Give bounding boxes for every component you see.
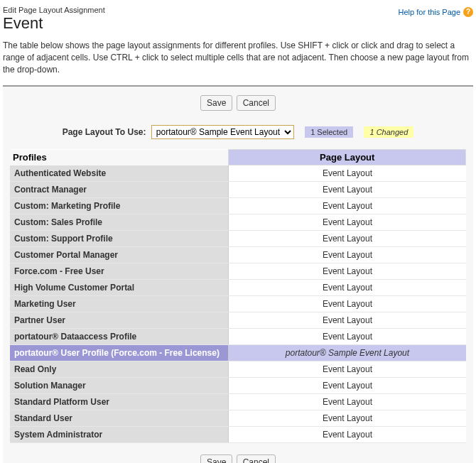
table-row[interactable]: Standard UserEvent Layout [10,410,466,427]
layout-cell[interactable]: Event Layout [229,361,466,378]
layout-cell[interactable]: Event Layout [229,329,466,345]
help-icon: ? [463,7,473,17]
profile-cell[interactable]: Read Only [10,361,229,378]
profile-cell[interactable]: Custom: Marketing Profile [10,198,229,214]
layout-cell[interactable]: Event Layout [229,182,466,198]
table-row[interactable]: Force.com - Free UserEvent Layout [10,263,466,280]
layout-cell[interactable]: Event Layout [229,312,466,329]
table-row[interactable]: System AdministratorEvent Layout [10,427,466,443]
layout-cell[interactable]: Event Layout [229,198,466,214]
cancel-button-bottom[interactable]: Cancel [237,454,276,463]
layout-select-label: Page Layout To Use: [63,127,146,137]
layout-cell[interactable]: Event Layout [229,394,466,410]
layout-cell[interactable]: Event Layout [229,247,466,263]
profile-cell[interactable]: Custom: Support Profile [10,231,229,247]
profile-cell[interactable]: Customer Portal Manager [10,247,229,263]
changed-count-badge: 1 Changed [364,126,413,138]
profile-cell[interactable]: High Volume Customer Portal [10,280,229,296]
profile-cell[interactable]: Custom: Sales Profile [10,214,229,231]
layout-cell[interactable]: Event Layout [229,378,466,394]
layout-cell[interactable]: portatour® Sample Event Layout [229,345,466,361]
table-row[interactable]: Authenticated WebsiteEvent Layout [10,165,466,182]
profile-cell[interactable]: Partner User [10,312,229,329]
col-header-layout: Page Layout [229,150,466,165]
table-row[interactable]: Custom: Sales ProfileEvent Layout [10,214,466,231]
layout-cell[interactable]: Event Layout [229,280,466,296]
layout-cell[interactable]: Event Layout [229,263,466,280]
layout-cell[interactable]: Event Layout [229,296,466,312]
layout-cell[interactable]: Event Layout [229,165,466,182]
profile-cell[interactable]: Contract Manager [10,182,229,198]
table-row[interactable]: Solution ManagerEvent Layout [10,378,466,394]
table-row[interactable]: Custom: Marketing ProfileEvent Layout [10,198,466,214]
assignment-panel: Save Cancel Page Layout To Use: portatou… [3,85,473,463]
profile-cell[interactable]: portatour® User Profile (Force.com - Fre… [10,345,229,361]
table-row[interactable]: Standard Platform UserEvent Layout [10,394,466,410]
cancel-button[interactable]: Cancel [237,95,276,111]
button-row-bottom: Save Cancel [10,454,466,463]
table-row[interactable]: Custom: Support ProfileEvent Layout [10,231,466,247]
layout-cell[interactable]: Event Layout [229,214,466,231]
layout-cell[interactable]: Event Layout [229,231,466,247]
save-button[interactable]: Save [200,95,232,111]
layout-cell[interactable]: Event Layout [229,427,466,443]
layout-controls: Page Layout To Use: portatour® Sample Ev… [10,125,466,139]
col-header-profiles: Profiles [10,150,229,165]
profile-cell[interactable]: Standard User [10,410,229,427]
table-row[interactable]: portatour® User Profile (Force.com - Fre… [10,345,466,361]
help-link[interactable]: Help for this Page ? [399,7,473,17]
profile-cell[interactable]: Authenticated Website [10,165,229,182]
layout-select[interactable]: portatour® Sample Event Layout [151,125,294,139]
page-subtitle: Edit Page Layout Assignment [3,6,105,14]
layout-cell[interactable]: Event Layout [229,410,466,427]
table-row[interactable]: Read OnlyEvent Layout [10,361,466,378]
assignment-table: Profiles Page Layout Authenticated Websi… [10,149,466,443]
table-row[interactable]: Contract ManagerEvent Layout [10,182,466,198]
table-row[interactable]: portatour® Dataaccess ProfileEvent Layou… [10,329,466,345]
profile-cell[interactable]: portatour® Dataaccess Profile [10,329,229,345]
profile-cell[interactable]: Marketing User [10,296,229,312]
profile-cell[interactable]: Solution Manager [10,378,229,394]
table-row[interactable]: High Volume Customer PortalEvent Layout [10,280,466,296]
selected-count-badge: 1 Selected [305,126,353,138]
profile-cell[interactable]: System Administrator [10,427,229,443]
profile-cell[interactable]: Standard Platform User [10,394,229,410]
intro-text: The table below shows the page layout as… [3,40,473,75]
help-link-text: Help for this Page [399,8,460,16]
table-row[interactable]: Marketing UserEvent Layout [10,296,466,312]
button-row-top: Save Cancel [10,95,466,111]
profile-cell[interactable]: Force.com - Free User [10,263,229,280]
table-row[interactable]: Partner UserEvent Layout [10,312,466,329]
page-title: Event [3,14,105,33]
table-row[interactable]: Customer Portal ManagerEvent Layout [10,247,466,263]
save-button-bottom[interactable]: Save [200,454,232,463]
